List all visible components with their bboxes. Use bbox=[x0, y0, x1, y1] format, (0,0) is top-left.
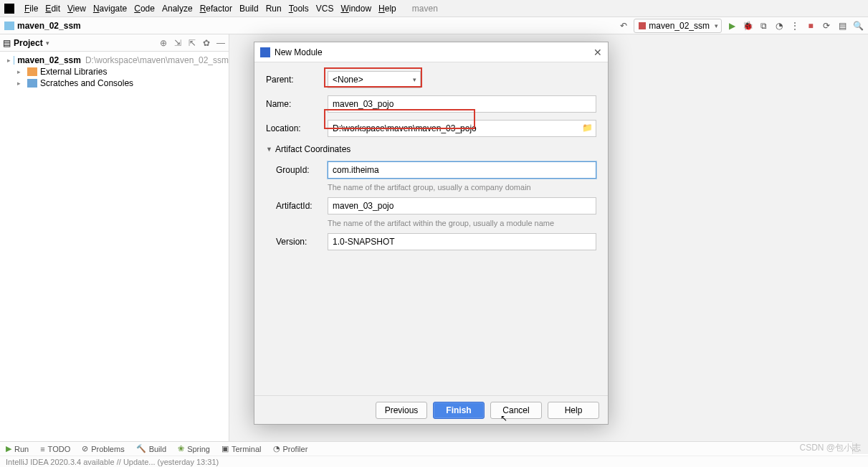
bottom-tool-bar: ▶Run ≡TODO ⊘Problems 🔨Build ❀Spring ▣Ter… bbox=[0, 441, 852, 456]
bottom-terminal-tab[interactable]: ▣Terminal bbox=[221, 444, 262, 453]
settings-gear-icon[interactable]: ✿ bbox=[201, 38, 211, 48]
dialog-icon bbox=[260, 47, 270, 57]
menu-analyze[interactable]: Analyze bbox=[162, 4, 193, 14]
menu-file[interactable]: FFileile bbox=[24, 4, 38, 14]
menu-bar: FFileile Edit View Navigate Code Analyze… bbox=[0, 0, 868, 17]
project-tool-window: ▤ Project ▾ ⊕ ⇲ ⇱ ✿ — ▸ maven_02_ssm D:\… bbox=[0, 34, 229, 443]
run-config-selector[interactable]: maven_02_ssm bbox=[634, 19, 722, 33]
artifactid-hint: The name of the artifact within the grou… bbox=[328, 219, 596, 227]
cancel-button[interactable]: Cancel bbox=[490, 402, 542, 419]
project-icon: ▤ bbox=[3, 38, 11, 48]
module-folder-icon bbox=[14, 56, 14, 65]
menu-edit[interactable]: Edit bbox=[45, 4, 60, 14]
tree-scratches-label: Scratches and Consoles bbox=[40, 78, 133, 88]
label-groupid: GroupId: bbox=[276, 165, 328, 175]
breadcrumb-root[interactable]: maven_02_ssm bbox=[17, 21, 81, 31]
menu-refactor[interactable]: Refactor bbox=[200, 4, 232, 14]
bottom-todo-tab[interactable]: ≡TODO bbox=[40, 445, 70, 453]
version-field[interactable] bbox=[328, 233, 596, 250]
app-logo-icon bbox=[4, 4, 14, 14]
nav-bar: maven_02_ssm ↶ maven_02_ssm ▶ 🐞 ⧉ ◔ ⋮ ■ … bbox=[0, 17, 868, 34]
menu-tools[interactable]: Tools bbox=[289, 4, 309, 14]
library-icon bbox=[27, 67, 37, 76]
artifactid-field[interactable] bbox=[328, 197, 596, 214]
watermark: CSDN @包小志 bbox=[799, 442, 861, 454]
menu-project-hint: maven bbox=[412, 4, 438, 14]
artifact-coords-label: Artifact Coordinates bbox=[275, 144, 350, 154]
bottom-spring-tab[interactable]: ❀Spring bbox=[178, 444, 210, 453]
run-config-name: maven_02_ssm bbox=[649, 21, 710, 31]
project-structure-icon[interactable]: ▤ bbox=[836, 20, 848, 32]
hide-icon[interactable]: — bbox=[216, 38, 226, 48]
back-arrow-icon[interactable]: ↶ bbox=[618, 20, 629, 32]
tree-module-name: maven_02_ssm bbox=[17, 55, 81, 65]
tree-module-row[interactable]: ▸ maven_02_ssm D:\workspace\maven\maven_… bbox=[0, 55, 229, 66]
help-button[interactable]: Help bbox=[548, 402, 599, 419]
menu-code[interactable]: Code bbox=[134, 4, 155, 14]
run-icon[interactable]: ▶ bbox=[726, 20, 738, 32]
attach-icon[interactable]: ⋮ bbox=[789, 20, 801, 32]
groupid-field[interactable] bbox=[328, 161, 596, 179]
menu-vcs[interactable]: VCS bbox=[316, 4, 334, 14]
groupid-hint: The name of the artifact group, usually … bbox=[328, 183, 596, 192]
menu-help[interactable]: Help bbox=[378, 4, 396, 14]
bottom-run-tab[interactable]: ▶Run bbox=[6, 444, 29, 453]
menu-window[interactable]: Window bbox=[340, 4, 371, 14]
bottom-problems-tab[interactable]: ⊘Problems bbox=[82, 444, 124, 453]
label-artifactid: ArtifactId: bbox=[276, 201, 328, 211]
tree-external-libs-label: External Libraries bbox=[40, 67, 107, 77]
artifact-coords-section[interactable]: ▼Artifact Coordinates bbox=[266, 144, 596, 154]
parent-combo[interactable]: <None> bbox=[328, 71, 421, 88]
label-name: Name: bbox=[266, 99, 328, 109]
tree-external-libs[interactable]: ▸ External Libraries bbox=[0, 66, 229, 77]
location-field[interactable] bbox=[328, 120, 596, 137]
tree-scratches[interactable]: ▸ Scratches and Consoles bbox=[0, 77, 229, 89]
parent-value: <None> bbox=[333, 75, 363, 85]
select-opened-file-icon[interactable]: ⊕ bbox=[158, 38, 168, 48]
debug-icon[interactable]: 🐞 bbox=[742, 20, 753, 32]
new-module-dialog: New Module ✕ Parent: <None> Name: Locati… bbox=[254, 42, 609, 425]
coverage-icon[interactable]: ⧉ bbox=[758, 20, 769, 32]
expand-all-icon[interactable]: ⇲ bbox=[173, 38, 183, 48]
stop-icon[interactable]: ■ bbox=[805, 20, 816, 32]
bottom-build-tab[interactable]: 🔨Build bbox=[136, 444, 166, 453]
module-folder-icon bbox=[4, 22, 14, 30]
menu-build[interactable]: Build bbox=[239, 4, 259, 14]
previous-button[interactable]: PPreviousrevious bbox=[376, 402, 427, 419]
collapse-all-icon[interactable]: ⇱ bbox=[187, 38, 197, 48]
menu-run[interactable]: Run bbox=[266, 4, 282, 14]
close-icon[interactable]: ✕ bbox=[593, 47, 602, 58]
status-text: IntelliJ IDEA 2020.3.4 available // Upda… bbox=[6, 458, 219, 466]
tree-module-path: D:\workspace\maven\maven_02_ssm bbox=[85, 55, 229, 65]
browse-folder-icon[interactable]: 📁 bbox=[582, 123, 593, 134]
name-field[interactable] bbox=[328, 95, 596, 113]
vcs-update-icon[interactable]: ⟳ bbox=[821, 20, 832, 32]
status-bar: IntelliJ IDEA 2020.3.4 available // Upda… bbox=[0, 456, 868, 467]
scratches-icon bbox=[27, 79, 37, 88]
dialog-title: New Module bbox=[275, 47, 323, 57]
project-pane-title[interactable]: Project bbox=[14, 38, 43, 48]
menu-view[interactable]: View bbox=[67, 4, 86, 14]
finish-button[interactable]: Finish bbox=[433, 402, 485, 419]
label-parent: Parent: bbox=[266, 75, 328, 85]
bottom-profiler-tab[interactable]: ◔Profiler bbox=[273, 444, 308, 453]
menu-navigate[interactable]: Navigate bbox=[93, 4, 127, 14]
search-everywhere-icon[interactable]: 🔍 bbox=[852, 20, 864, 32]
label-version: Version: bbox=[276, 237, 328, 247]
maven-run-icon bbox=[639, 22, 646, 29]
profile-icon[interactable]: ◔ bbox=[773, 20, 785, 32]
label-location: Location: bbox=[266, 123, 328, 133]
